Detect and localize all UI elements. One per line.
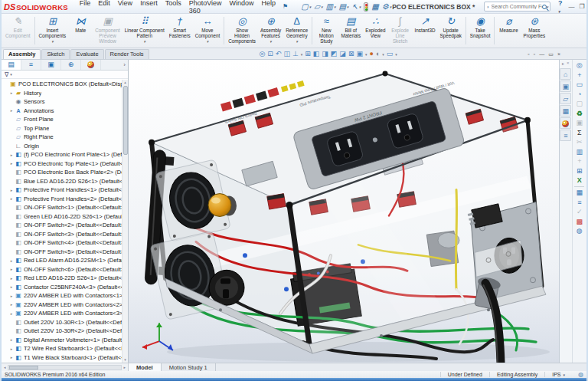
options-button[interactable]: ⚙▾ (381, 3, 392, 11)
expand-arrow-icon[interactable]: ▸ (8, 196, 15, 201)
menu-file[interactable]: File (76, 0, 95, 15)
tree-item-component[interactable]: ◧Green LED AD16-22D S26<1> (Default<<Da (3, 212, 128, 222)
ribbon-button-new-motion-study[interactable]: ≈New Motion Study (314, 15, 338, 47)
status-globe-icon[interactable]: ◍ (572, 371, 583, 378)
print-button[interactable]: ▤▾ (338, 3, 349, 11)
chart-tool-icon[interactable]: ▦ (577, 189, 583, 196)
section-view-icon[interactable]: ◫ (283, 51, 290, 57)
tab-evaluate[interactable]: Evaluate (70, 49, 103, 59)
ribbon-button-move-component[interactable]: ↔Move Component▾ (193, 15, 223, 47)
hide-show-items-icon[interactable]: ▣ (356, 51, 363, 57)
status-units-selector[interactable]: IPS▾ (544, 372, 572, 377)
expand-arrow-icon[interactable]: ▸ (8, 284, 15, 289)
maximize-button[interactable]: ❐ (580, 3, 585, 11)
tree-item-component[interactable]: ◧PCO Electronic Box Back Plate<2> (Defau… (3, 168, 128, 177)
amber-knob[interactable] (208, 194, 237, 217)
expand-arrow-icon[interactable]: ▸ (8, 258, 15, 263)
help-button[interactable]: ? ▾ (558, 0, 563, 15)
search-input[interactable] (492, 4, 542, 9)
expand-arrow-icon[interactable]: ▸ (8, 188, 15, 192)
close-doc-button[interactable]: × (557, 51, 560, 57)
recycle-tool-icon[interactable]: ♻ (577, 110, 583, 117)
file-explorer-tab[interactable]: ▱ (560, 93, 571, 104)
menu-edit[interactable]: Edit (94, 0, 114, 15)
display-style-wireframe-icon[interactable]: ⊠ (348, 51, 354, 57)
custom-properties-tab[interactable]: ≡ (560, 130, 571, 141)
tab-assembly[interactable]: Assembly (3, 49, 41, 59)
expand-arrow-icon[interactable]: ▸ (8, 267, 15, 271)
tree-item-origin[interactable]: ∟Origin (3, 142, 128, 151)
open-button[interactable]: ▱▾ (313, 3, 323, 11)
ribbon-button-insert-components[interactable]: ⊞Insert Components▾ (37, 15, 69, 47)
expand-arrow-icon[interactable]: ▸ (8, 355, 15, 360)
apply-scene-icon[interactable]: ◐ (376, 51, 380, 57)
ribbon-button-edit-component[interactable]: ✎Edit Component (3, 15, 33, 47)
expand-arrow-icon[interactable]: ▸ (8, 337, 15, 342)
tree-item-component[interactable]: ▸◧Contactor C25BNF240A<3> (Default<<Def (3, 283, 128, 292)
tab-model[interactable]: Model (129, 363, 162, 371)
palette-tool-icon[interactable]: ▩ (577, 218, 583, 225)
expand-arrow-icon[interactable]: ▸ (8, 90, 15, 95)
expand-arrow-icon[interactable]: ▸ (8, 153, 15, 157)
tab-propertymanager[interactable]: ≡ (21, 60, 41, 70)
ribbon-button-update-speedpak[interactable]: ↻Update Speedpak (437, 15, 463, 47)
expand-arrow-icon[interactable]: ▸ (8, 302, 15, 307)
new-document-button[interactable]: ▢▾ (300, 3, 312, 11)
appearances-scenes-tab[interactable] (560, 117, 571, 129)
view-settings-icon[interactable]: ▭ (387, 51, 394, 57)
ribbon-button-exploded-view[interactable]: ∴Exploded View (363, 15, 387, 47)
tree-item-component[interactable]: ▸◧ON-OFF Switch<6> (Default<<Default>_D (3, 265, 128, 274)
pane-close-icon[interactable]: × (567, 61, 570, 66)
3d-drawing-view-icon[interactable]: ⊥ (292, 51, 299, 57)
tab-dimxpert[interactable]: ⊕ (61, 60, 81, 70)
restore-doc-button[interactable]: ▭ (548, 51, 554, 57)
previous-view-icon[interactable]: ↶ (276, 51, 282, 57)
menu-window[interactable]: Window (226, 0, 258, 15)
solidworks-resources-tab[interactable]: ⌂ (560, 68, 571, 80)
pie-chart-tool-icon[interactable]: ◔ (577, 90, 581, 98)
menu-help[interactable]: Help (258, 0, 280, 15)
tree-item-right-plane[interactable]: ▱Right Plane (3, 133, 128, 142)
file-properties-button[interactable]: ▦ (371, 3, 379, 11)
tree-item-component[interactable]: ◧ON-OFF Switch<2> (Default<<Default>_D (3, 221, 128, 230)
view-orientation-icon[interactable]: ⊞ (305, 51, 311, 57)
expand-arrow-icon[interactable]: ▸ (8, 108, 15, 113)
expand-arrow-icon[interactable]: ▸ (8, 276, 15, 281)
doc-page-icon[interactable]: ▫ (534, 51, 535, 57)
display-style-shaded-icon[interactable]: ◨ (322, 51, 328, 57)
expand-arrow-icon[interactable]: ▸ (8, 347, 15, 351)
assembly-model-view[interactable]: FRONT 2 PW Switch ON Switch Temperature … (129, 60, 559, 363)
menu-insert[interactable]: Insert (136, 0, 162, 15)
zoom-tool-icon[interactable]: ◎ (577, 61, 583, 69)
design-library-tab[interactable]: ▣ (560, 80, 571, 92)
tab-displaymanager[interactable] (81, 60, 101, 70)
rebuild-button[interactable] (363, 2, 369, 11)
tab-featuremanager[interactable]: ▤ (2, 60, 21, 70)
scrollbar-thumb[interactable] (9, 366, 38, 370)
ribbon-button-bill-of-materials[interactable]: ▤Bill of Materials (338, 15, 363, 47)
expand-arrow-icon[interactable]: ▸ (8, 294, 15, 298)
ribbon-button-show-hidden-components[interactable]: ◎Show Hidden Components (226, 15, 258, 47)
copy-tool-icon[interactable]: ⊞ (577, 167, 583, 175)
view-palette-tab[interactable]: ▦ (560, 105, 571, 117)
tree-item-component[interactable]: ▸◧Red LED AD16-22D S26<1> (Default<<Defa (3, 274, 128, 283)
tree-item-component[interactable]: ▸▣220V AMBER LED with Contactors<1> (Def (3, 291, 128, 301)
box-tool-icon[interactable]: ▣ (577, 119, 583, 126)
doc-page-icon[interactable]: ▫ (528, 51, 529, 57)
select-button[interactable]: ↖▾ (351, 3, 361, 11)
tab-configurationmanager[interactable]: ▣ (41, 60, 61, 70)
ribbon-button-smart-fasteners[interactable]: †Smart Fasteners (167, 15, 193, 47)
tree-item-component[interactable]: ▸◧PCO Electronic Top Plate<1> (Default<<… (3, 159, 128, 169)
display-style-shaded-edges-icon[interactable]: ◧ (313, 51, 320, 57)
add-tool-icon[interactable]: + (577, 157, 581, 165)
tree-item-component[interactable]: ▸◧T2 Wire Red Starboard<1> (Default<<Def… (3, 344, 128, 353)
expand-arrow-icon[interactable]: ▸ (8, 161, 15, 166)
ribbon-button-mass-properties[interactable]: ⊛Mass Properties (521, 15, 547, 47)
sigma-tool-icon[interactable]: Σ (577, 129, 582, 136)
ribbon-button-reference-geometry[interactable]: ∆Reference Geometry▾ (283, 15, 310, 47)
tree-item-component[interactable]: ▸◧T1 Wire Black Starboard<1> (Default<<D… (3, 353, 128, 363)
menu-tools[interactable]: Tools (162, 0, 185, 15)
tree-item-front-plane[interactable]: ▱Front Plane (3, 115, 128, 124)
ribbon-button-instant3d[interactable]: ↗Instant3D (413, 15, 438, 47)
edit-appearance-icon[interactable]: ● (369, 51, 373, 57)
